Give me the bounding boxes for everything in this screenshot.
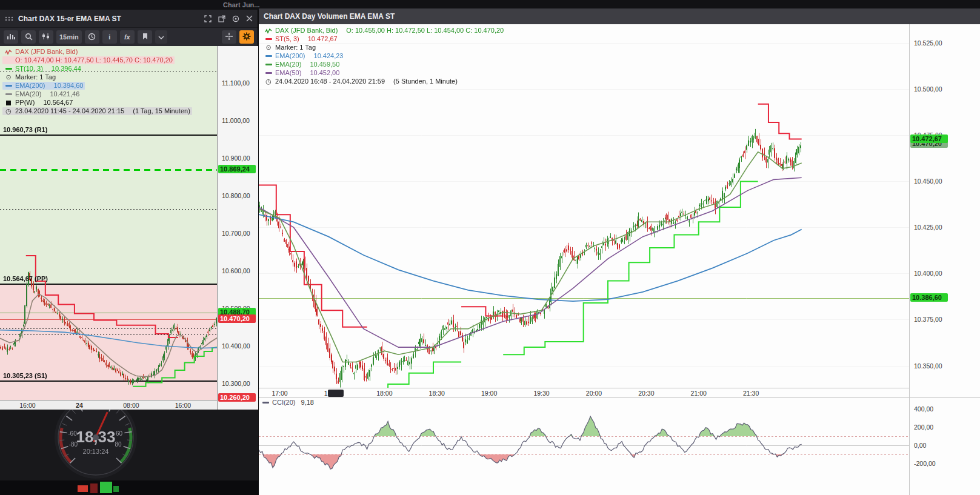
left-window-toolbar: 15min i fx (0, 28, 258, 46)
legend-row[interactable]: ⊙Marker: 1 Tag (2, 73, 58, 81)
right-time-axis[interactable]: 17:0017:3018:0018:3019:0019:3020:0020:30… (259, 388, 909, 397)
legend-text: 10.459,50 (310, 61, 339, 68)
legend-row[interactable]: ◷24.04.2020 16:48 - 24.04.2020 21:59(5 S… (262, 78, 459, 85)
legend-row[interactable]: DAX (JFD Bank, Bid)O: 10.455,00 H: 10.47… (262, 27, 505, 35)
cci-panel: CCI(20) 9,18 400,00200,000,00-200,00 (259, 397, 980, 495)
legend-text: EMA(200) (275, 52, 305, 60)
settings-gear-button[interactable] (239, 30, 254, 44)
legend-icon (4, 68, 13, 70)
dropdown-button[interactable] (155, 30, 167, 44)
time-axis-tick: 18:00 (373, 390, 395, 397)
legend-row[interactable]: EMA(20)10.421,46 (2, 90, 81, 98)
price-axis-tick: 11.000,00 (222, 117, 250, 124)
time-axis-tick: 19:30 (531, 390, 553, 397)
indicators-button[interactable] (39, 30, 53, 44)
price-axis-tick: 10.400,00 (914, 270, 942, 277)
left-time-axis[interactable]: 16:002408:0016:00 (0, 400, 217, 410)
right-window-titlebar[interactable]: Chart DAX Day Volumen EMA EMA ST (259, 8, 980, 24)
price-badge: 10.470,20 (218, 314, 256, 323)
legend-row[interactable]: O: 10.474,00 H: 10.477,50 L: 10.445,70 C… (2, 56, 175, 64)
time-axis-tick: 21:00 (688, 390, 710, 397)
legend-icon (264, 64, 273, 65)
search-button[interactable] (21, 30, 36, 44)
price-axis-tick: 10.300,00 (222, 380, 250, 387)
window-menu-icon[interactable] (5, 16, 13, 21)
legend-row[interactable]: EMA(20)10.459,50 (262, 61, 341, 68)
price-axis-tick: 10.700,00 (222, 230, 250, 237)
price-axis-tick: 10.425,00 (914, 224, 942, 231)
line-color-icon (265, 72, 272, 74)
price-axis-tick: 10.525,00 (914, 39, 942, 47)
time-axis-tick: 20:00 (583, 390, 605, 397)
legend-text: EMA(20) (275, 61, 301, 68)
legend-text: 24.04.2020 16:48 - 24.04.2020 21:59 (275, 78, 385, 85)
gauge-time: 20:13:24 (59, 448, 132, 455)
legend-row[interactable]: EMA(200)10.394,60 (2, 82, 85, 90)
legend-text: O: 10.474,00 H: 10.477,50 L: 10.445,70 C… (15, 56, 173, 64)
clock-icon (88, 33, 96, 42)
pivot-square-icon (6, 101, 11, 105)
partial-candle (100, 482, 112, 493)
legend-text: Marker: 1 Tag (275, 44, 316, 51)
price-axis-tick: 10.800,00 (222, 192, 250, 199)
left-chart-legend: DAX (JFD Bank, Bid)O: 10.474,00 H: 10.47… (2, 48, 192, 116)
close-icon[interactable] (246, 15, 253, 22)
legend-row[interactable]: EMA(200)10.424,23 (262, 52, 345, 60)
right-price-axis[interactable]: 10.525,0010.500,0010.475,0010.450,0010.4… (909, 24, 980, 397)
left-chart-area: DAX (JFD Bank, Bid)O: 10.474,00 H: 10.47… (0, 46, 258, 410)
price-axis-tick: 11.100,00 (222, 79, 250, 87)
popout-icon[interactable] (218, 15, 225, 22)
legend-row[interactable]: ⊙Marker: 1 Tag (262, 44, 318, 51)
left-window-title: Chart DAX 15-er EMA EMA ST (18, 15, 121, 23)
bookmark-button[interactable] (138, 30, 152, 44)
fullscreen-icon[interactable] (204, 15, 212, 22)
legend-row[interactable]: DAX (JFD Bank, Bid) (2, 48, 79, 56)
fx-button[interactable]: fx (120, 30, 135, 44)
indicators-icon (42, 33, 50, 41)
cci-canvas[interactable] (259, 407, 909, 488)
target-icon[interactable] (232, 15, 239, 22)
series-icon (264, 28, 273, 34)
price-axis-tick: 10.500,00 (914, 85, 942, 93)
legend-row[interactable]: EMA(50)10.452,00 (262, 69, 341, 77)
price-badge: 10.260,20 (218, 393, 256, 402)
legend-icon (264, 55, 273, 57)
right-chart-window: Chart DAX Day Volumen EMA EMA ST DAX (JF… (259, 8, 980, 495)
legend-row[interactable]: ◷23.04.2020 11:45 - 24.04.2020 21:15(1 T… (2, 107, 192, 115)
legend-text: EMA(50) (275, 69, 301, 77)
legend-row[interactable]: PP(W)10.564,67 (2, 99, 75, 107)
legend-icon (4, 85, 13, 87)
time-axis-tick: 16:00 (172, 402, 194, 409)
left-window-titlebar[interactable]: Chart DAX 15-er EMA EMA ST (0, 10, 258, 28)
interval-button[interactable]: 15min (56, 30, 82, 44)
clock-button[interactable] (85, 30, 99, 44)
legend-text: (5 Stunden, 1 Minute) (393, 78, 458, 85)
legend-text: EMA(200) (15, 82, 45, 90)
time-axis-tick: 20:30 (635, 390, 657, 397)
crosshair-icon (225, 32, 233, 42)
crosshair-button[interactable] (222, 30, 236, 44)
cci-axis-tick: -200,00 (914, 460, 936, 467)
gauge-panel: 18,33 20:13:24 (0, 410, 258, 495)
legend-text: Marker: 1 Tag (15, 73, 56, 81)
clock-icon: ◷ (4, 107, 13, 115)
search-icon (25, 33, 33, 42)
legend-text: 10.394,60 (54, 82, 84, 90)
time-axis-tick: 24 (68, 402, 90, 409)
legend-row[interactable]: ST(10, 3)10.396,44 (2, 65, 83, 73)
left-price-axis[interactable]: 11.100,0011.000,0010.900,0010.800,0010.7… (217, 46, 258, 410)
legend-row[interactable]: ST(5, 3)10.472,67 (262, 35, 339, 43)
line-color-icon (5, 68, 12, 70)
line-color-icon (5, 85, 12, 87)
info-button[interactable]: i (102, 30, 117, 44)
gauge-value: 18,33 (59, 428, 132, 447)
time-axis-tick: 19:00 (478, 390, 500, 397)
partial-candle (90, 483, 98, 493)
legend-text: ST(5, 3) (275, 35, 299, 43)
legend-icon (4, 101, 13, 105)
marker-icon: ⊙ (264, 44, 273, 51)
cci-value: 9,18 (301, 399, 314, 406)
cci-legend[interactable]: CCI(20) 9,18 (262, 399, 314, 406)
chart-type-button[interactable] (4, 30, 18, 44)
price-axis-tick: 10.400,00 (222, 342, 250, 350)
